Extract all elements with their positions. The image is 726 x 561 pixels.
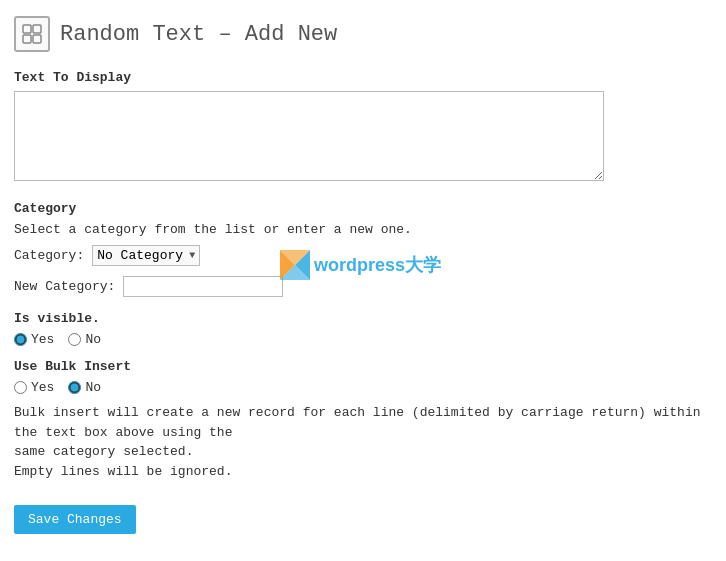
new-category-label: New Category: (14, 279, 115, 294)
is-visible-no-radio[interactable] (68, 333, 81, 346)
bulk-yes-option[interactable]: Yes (14, 380, 54, 395)
bulk-yes-label: Yes (31, 380, 54, 395)
bulk-no-label: No (85, 380, 101, 395)
is-visible-radio-row: Yes No (14, 332, 706, 347)
category-section: Category Select a category from the list… (14, 201, 706, 297)
new-category-input[interactable] (123, 276, 283, 297)
watermark-logo-icon (280, 250, 310, 280)
is-visible-label: Is visible. (14, 311, 706, 326)
is-visible-yes-label: Yes (31, 332, 54, 347)
save-changes-button[interactable]: Save Changes (14, 505, 136, 534)
use-bulk-radio-row: Yes No (14, 380, 706, 395)
is-visible-section: Is visible. Yes No (14, 311, 706, 347)
svg-rect-3 (33, 35, 41, 43)
is-visible-yes-option[interactable]: Yes (14, 332, 54, 347)
category-label: Category (14, 201, 706, 216)
bulk-no-radio[interactable] (68, 381, 81, 394)
svg-rect-0 (23, 25, 31, 33)
bulk-description-line2: same category selected. (14, 444, 193, 459)
svg-rect-2 (23, 35, 31, 43)
bulk-no-option[interactable]: No (68, 380, 101, 395)
bulk-description: Bulk insert will create a new record for… (14, 403, 706, 481)
bulk-description-line1: Bulk insert will create a new record for… (14, 405, 701, 440)
category-description: Select a category from the list or enter… (14, 222, 706, 237)
widget-icon (14, 16, 50, 52)
widget-svg-icon (21, 23, 43, 45)
watermark-text: wordpress大学 (314, 253, 441, 277)
category-field-label: Category: (14, 248, 84, 263)
dropdown-arrow-icon: ▼ (189, 250, 195, 261)
page-title: Random Text – Add New (60, 22, 337, 47)
is-visible-yes-radio[interactable] (14, 333, 27, 346)
is-visible-no-label: No (85, 332, 101, 347)
use-bulk-insert-label: Use Bulk Insert (14, 359, 706, 374)
category-select[interactable]: No Category (97, 248, 183, 263)
text-display-textarea[interactable] (14, 91, 604, 181)
text-display-label: Text To Display (14, 70, 706, 85)
svg-rect-1 (33, 25, 41, 33)
page-wrapper: Random Text – Add New Text To Display Ca… (0, 0, 726, 561)
text-display-section: Text To Display (14, 70, 706, 185)
is-visible-no-option[interactable]: No (68, 332, 101, 347)
page-title-row: Random Text – Add New (14, 16, 706, 52)
use-bulk-section: Use Bulk Insert Yes No Bulk insert will … (14, 359, 706, 481)
watermark: wordpress大学 (280, 250, 441, 280)
bulk-description-line3: Empty lines will be ignored. (14, 464, 232, 479)
bulk-yes-radio[interactable] (14, 381, 27, 394)
category-select-wrapper[interactable]: No Category ▼ (92, 245, 200, 266)
